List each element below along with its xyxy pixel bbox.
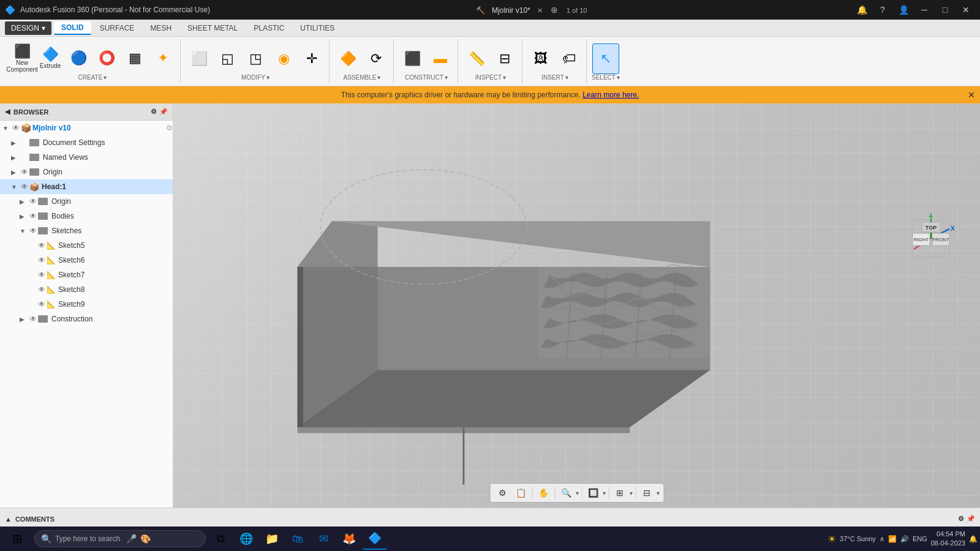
vp-pan-btn[interactable]: ✋ [535,485,552,500]
taskbar-clock[interactable]: 04:54 PM 08-04-2023 [931,530,965,549]
toolbar-btn-move[interactable]: ✛ [298,43,325,74]
tree-item-named-views[interactable]: ▶ 👁 Named Views [0,150,173,165]
toolbar-btn-decal[interactable]: 🏷 [556,43,582,74]
taskbar-app-fusion[interactable]: 🔷 [363,528,387,550]
section-icon: ⊟ [499,52,510,66]
tree-item-sketch6[interactable]: ▶ 👁 📐 Sketch6 [0,253,173,268]
toolbar-btn-fillet[interactable]: ◱ [214,43,241,74]
comments-settings-icon[interactable]: ⚙ [958,515,964,523]
viewport[interactable]: X Z TOP FRONT RIGHT ⚙ 📋 ✋ [173,103,980,508]
notification-link[interactable]: Learn more here. [582,91,639,99]
tree-item-construction[interactable]: ▶ 👁 Construction [0,312,173,326]
tree-item-origin-head[interactable]: ▶ 👁 Origin [0,194,173,209]
toolbar-row: ⬛ New Component 🔷 Extrude 🔵 ⭕ ▦ [0,37,980,86]
tree-item-sketches[interactable]: ▼ 👁 Sketches [0,223,173,238]
tree-item-sketch7[interactable]: ▶ 👁 📐 Sketch7 [0,268,173,282]
toolbar-btn-section[interactable]: ⊟ [491,43,518,74]
wifi-icon[interactable]: 📶 [888,535,897,543]
vp-sep3 [581,487,582,499]
cortana-icon: 🎤 [126,534,137,544]
notifications-icon[interactable]: 🔔 [969,535,978,543]
notification-close-icon[interactable]: ✕ [968,90,975,100]
sketch7-icon: 📐 [47,271,56,279]
add-tab-icon[interactable]: ⊕ [551,5,558,15]
comments-collapse-icon[interactable]: ▲ [5,515,12,523]
tree-item-sketch8[interactable]: ▶ 👁 📐 Sketch8 [0,282,173,297]
tree-label-bodies: Bodies [51,212,173,220]
tree-item-sketch9[interactable]: ▶ 👁 📐 Sketch9 [0,297,173,312]
volume-icon[interactable]: 🔊 [900,535,909,543]
tab-mesh[interactable]: MESH [143,21,179,35]
tab-surface[interactable]: SURFACE [92,21,142,35]
comments-title: COMMENTS [15,515,55,523]
tree-item-bodies[interactable]: ▶ 👁 Bodies [0,209,173,223]
toolbar-btn-image[interactable]: 🖼 [527,43,554,74]
taskbar-search[interactable]: 🔍 Type here to search 🎤 🎨 [34,530,206,547]
document-tab[interactable]: 🔨 Mjolnir v10* ✕ ⊕ 1 of 10 [210,5,853,15]
bodies-folder-icon [38,212,48,220]
tree-item-origin-top[interactable]: ▶ 👁 Origin [0,165,173,179]
sketch8-icon: 📐 [47,285,56,294]
svg-text:Z: Z [929,214,933,219]
toolbar-btn-offset-plane[interactable]: ⬛ [399,43,426,74]
taskbar-app-task-view[interactable]: ⧉ [208,528,233,550]
vp-zoom-btn[interactable]: 🔍 [557,485,575,500]
help-icon[interactable]: ? [873,1,892,19]
vp-viewport-btn[interactable]: ⊟ [638,485,655,500]
vp-orbit-btn[interactable]: 📋 [512,485,529,500]
tree-label-sketch5: Sketch5 [58,241,173,250]
toolbar-btn-motion[interactable]: ⟳ [363,43,390,74]
viewport-bg: X Z TOP FRONT RIGHT ⚙ 📋 ✋ [173,103,980,508]
tab-close-icon[interactable]: ✕ [537,7,543,14]
taskbar-app-firefox[interactable]: 🦊 [337,528,361,550]
taskbar-app-edge[interactable]: 🌐 [234,528,258,550]
tab-plastic[interactable]: PLASTIC [246,21,292,35]
notification-icon[interactable]: 🔔 [853,1,871,19]
browser-collapse-icon[interactable]: ◀ [5,108,10,116]
start-button[interactable]: ⊞ [2,528,32,550]
tree-item-doc-settings[interactable]: ▶ 👁 Document Settings [0,135,173,150]
toolbar-btn-midplane[interactable]: ▬ [427,43,454,74]
tab-utilities[interactable]: UTILITIES [293,21,342,35]
tree-item-sketch5[interactable]: ▶ 👁 📐 Sketch5 [0,238,173,253]
inspect-chevron: ▾ [503,74,506,81]
select-icon: ↖ [600,52,611,66]
toolbar-btn-sweep[interactable]: 🔵 [65,43,92,74]
taskbar-chevron-icon[interactable]: ∧ [880,535,884,543]
select-label: SELECT [592,74,616,81]
taskbar-app-store[interactable]: 🛍 [285,528,310,550]
minimize-button[interactable]: ─ [915,1,933,19]
toolbar-btn-select[interactable]: ↖ [592,43,619,74]
toolbar-btn-loft[interactable]: ⭕ [93,43,120,74]
toolbar-btn-measure[interactable]: 📏 [463,43,490,74]
tree-item-head1[interactable]: ▼ 👁 📦 Head:1 [0,179,173,194]
vp-grid-btn[interactable]: ⊞ [611,485,628,500]
toolbar-btn-more-create[interactable]: ✦ [149,43,176,74]
loft-icon: ⭕ [99,51,115,65]
toolbar-btn-press-pull[interactable]: ⬜ [186,43,213,74]
tree-item-mjolnir[interactable]: ▼ 👁 📦 Mjolnir v10 ⚙ [0,121,173,135]
comments-pin-icon[interactable]: 📌 [967,515,975,523]
taskbar-app-explorer[interactable]: 📁 [260,528,284,550]
mjolnir-settings-icon[interactable]: ⚙ [166,124,173,132]
vp-settings-btn[interactable]: ⚙ [494,485,511,500]
tab-sheet-metal[interactable]: SHEET METAL [180,21,245,35]
design-button[interactable]: DESIGN ▾ [5,21,51,35]
toolbar-btn-extrude[interactable]: ⬛ New Component [9,43,36,74]
toolbar-btn-joint[interactable]: 🔶 [334,43,361,74]
sketch9-icon: 📐 [47,300,56,309]
toolbar-btn-revolve[interactable]: 🔷 Extrude [37,43,64,74]
browser-settings-icon[interactable]: ⚙ [151,108,157,116]
browser-pin-icon[interactable]: 📌 [159,108,168,116]
tab-solid[interactable]: SOLID [54,21,91,35]
inspect-label: INSPECT [475,74,502,81]
maximize-button[interactable]: □ [936,1,954,19]
close-button[interactable]: ✕ [957,1,975,19]
vp-display-mode-btn[interactable]: 🔲 [584,485,601,500]
toolbar-btn-shell[interactable]: ◉ [270,43,297,74]
toolbar-btn-chamfer[interactable]: ◳ [242,43,269,74]
toolbar-btn-rib[interactable]: ▦ [121,43,148,74]
tree-label-sketch7: Sketch7 [58,271,173,279]
account-icon[interactable]: 👤 [894,1,913,19]
taskbar-app-mail[interactable]: ✉ [311,528,336,550]
